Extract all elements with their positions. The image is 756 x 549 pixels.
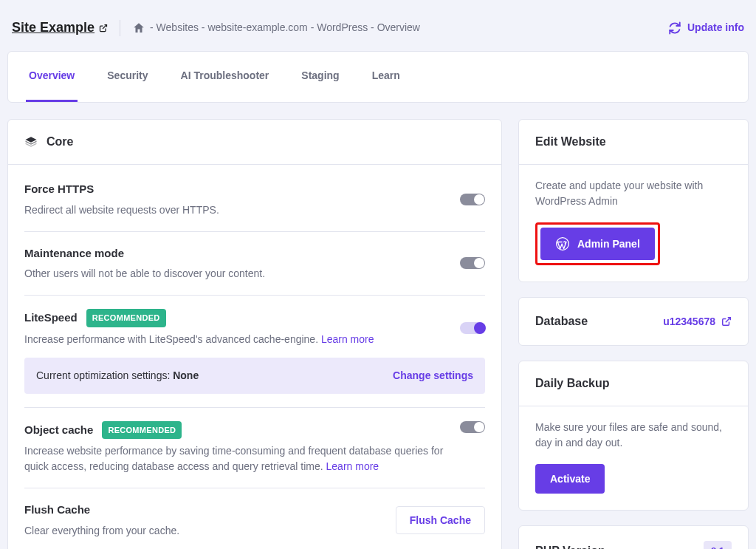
toggle-litespeed[interactable] <box>460 322 485 334</box>
daily-backup-header: Daily Backup <box>519 361 748 406</box>
tabs: Overview Security AI Troubleshooter Stag… <box>26 52 730 102</box>
tab-security[interactable]: Security <box>104 52 151 102</box>
tab-label: AI Troubleshooter <box>181 69 269 81</box>
site-title-text: Site Example <box>12 18 94 38</box>
setting-litespeed: LiteSpeed RECOMMENDED Increase performan… <box>24 296 485 408</box>
admin-panel-highlight: Admin Panel <box>535 222 660 265</box>
svg-line-0 <box>103 24 107 29</box>
external-link-icon <box>99 24 108 33</box>
refresh-icon <box>668 21 681 35</box>
toggle-object-cache[interactable] <box>460 421 485 433</box>
update-info-link[interactable]: Update info <box>668 20 744 35</box>
page-header: Site Example - Websites - website-exam <box>7 18 749 51</box>
edit-website-desc: Create and update your website with Word… <box>535 178 732 209</box>
setting-title: LiteSpeed RECOMMENDED <box>24 309 445 327</box>
tab-learn[interactable]: Learn <box>369 52 403 102</box>
tab-label: Staging <box>301 69 339 81</box>
admin-panel-button[interactable]: Admin Panel <box>540 228 655 260</box>
card-title: Edit Website <box>535 133 606 151</box>
card-title: Daily Backup <box>535 375 609 392</box>
core-title: Core <box>47 133 73 151</box>
setting-title-text: Object cache <box>24 422 93 439</box>
database-link[interactable]: u12345678 <box>663 314 732 330</box>
setting-title: Flush Cache <box>24 502 381 519</box>
tab-staging[interactable]: Staging <box>298 52 342 102</box>
setting-desc: Increase website performance by saving t… <box>24 443 445 474</box>
tab-overview[interactable]: Overview <box>26 52 78 102</box>
breadcrumb: - Websites - website-example.com - WordP… <box>132 20 420 35</box>
setting-title: Force HTTPS <box>24 181 445 198</box>
home-icon[interactable] <box>132 21 145 35</box>
toggle-force-https[interactable] <box>460 194 485 205</box>
change-settings-link[interactable]: Change settings <box>393 368 473 383</box>
setting-title: Maintenance mode <box>24 245 445 262</box>
recommended-badge: RECOMMENDED <box>102 421 182 440</box>
recommended-badge: RECOMMENDED <box>86 309 166 327</box>
optimization-status: Current optimization settings: None <box>36 368 199 383</box>
setting-title-text: LiteSpeed <box>24 310 78 327</box>
database-title: Database <box>535 313 588 330</box>
php-version-title: PHP Version <box>535 542 605 549</box>
setting-object-cache: Object cache RECOMMENDED Increase websit… <box>24 408 485 489</box>
setting-desc: Increase performance with LiteSpeed's ad… <box>24 332 445 347</box>
database-link-text: u12345678 <box>663 314 715 330</box>
setting-desc: Clear everything from your cache. <box>24 523 381 539</box>
setting-desc: Redirect all website requests over HTTPS… <box>24 202 445 218</box>
setting-title: Object cache RECOMMENDED <box>24 421 445 440</box>
learn-more-link[interactable]: Learn more <box>326 460 379 472</box>
php-version-badge: 8.1 <box>704 541 732 549</box>
tab-label: Learn <box>372 69 400 81</box>
setting-maintenance: Maintenance mode Other users will not be… <box>24 232 485 296</box>
site-title-link[interactable]: Site Example <box>12 18 108 38</box>
tabs-card: Overview Security AI Troubleshooter Stag… <box>7 51 749 103</box>
daily-backup-desc: Make sure your files are safe and sound,… <box>535 420 732 451</box>
wordpress-icon <box>555 236 570 251</box>
setting-desc: Other users will not be able to discover… <box>24 266 445 282</box>
tab-ai-troubleshooter[interactable]: AI Troubleshooter <box>178 52 272 102</box>
separator <box>120 20 120 36</box>
learn-more-link[interactable]: Learn more <box>321 333 374 345</box>
external-link-icon <box>721 316 732 327</box>
core-card: Core Force HTTPS Redirect all website re… <box>7 119 502 549</box>
flush-cache-button[interactable]: Flush Cache <box>396 506 485 534</box>
database-card: Database u12345678 <box>518 297 749 346</box>
core-card-header: Core <box>8 120 501 165</box>
update-info-label: Update info <box>687 20 744 35</box>
php-version-card: PHP Version 8.1 <box>518 525 749 549</box>
edit-website-header: Edit Website <box>519 120 748 164</box>
setting-flush-cache: Flush Cache Clear everything from your c… <box>24 488 485 549</box>
tab-label: Security <box>107 69 148 81</box>
edit-website-card: Edit Website Create and update your webs… <box>518 119 749 282</box>
toggle-maintenance[interactable] <box>460 257 485 269</box>
admin-panel-label: Admin Panel <box>577 238 640 250</box>
setting-force-https: Force HTTPS Redirect all website request… <box>24 168 485 232</box>
activate-backup-button[interactable]: Activate <box>535 464 605 494</box>
svg-line-5 <box>726 318 730 322</box>
daily-backup-card: Daily Backup Make sure your files are sa… <box>518 361 749 511</box>
breadcrumb-text: - Websites - website-example.com - WordP… <box>150 20 420 35</box>
tab-label: Overview <box>29 69 75 81</box>
layers-icon <box>24 135 38 149</box>
optimization-banner: Current optimization settings: None Chan… <box>24 358 485 394</box>
